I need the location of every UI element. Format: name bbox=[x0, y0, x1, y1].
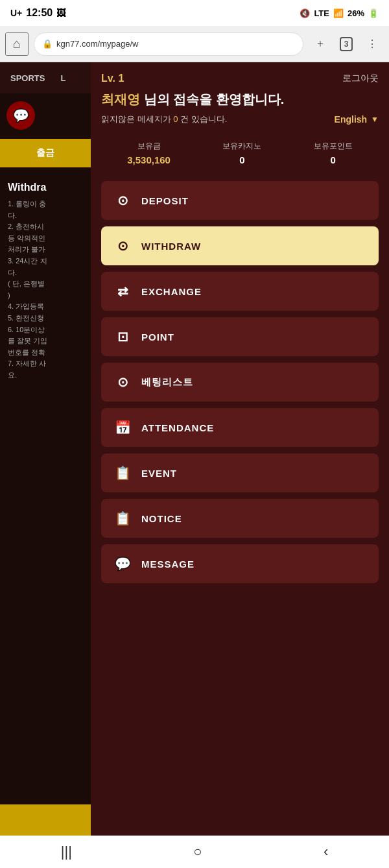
withdraw-page-title: Withdra bbox=[8, 182, 47, 193]
browser-actions: ＋ 3 ⋮ bbox=[309, 32, 384, 56]
menu-message-button[interactable]: 💬MESSAGE bbox=[101, 544, 379, 583]
balance-item-casino: 보유카지노 0 bbox=[222, 141, 261, 165]
signal-bars-icon: 📶 bbox=[333, 8, 344, 18]
nav-menu-button[interactable]: ||| bbox=[61, 843, 72, 860]
battery-label: 26% bbox=[348, 8, 364, 18]
welcome-message: 최재영 님의 접속을 환영합니다. bbox=[101, 91, 379, 108]
language-selector[interactable]: English ▼ bbox=[335, 114, 379, 125]
time-label: 12:50 bbox=[26, 7, 53, 19]
nav-home-button[interactable]: ○ bbox=[193, 843, 202, 860]
browser-url-bar[interactable]: 🔒 kgn77.com/mypage/w bbox=[34, 32, 303, 56]
status-right: 🔇 LTE 📶 26% 🔋 bbox=[300, 8, 379, 18]
menu-betting-list-button[interactable]: ⊙베팅리스트 bbox=[101, 363, 379, 402]
betting-list-icon: ⊙ bbox=[114, 374, 132, 390]
event-icon: 📋 bbox=[114, 465, 132, 481]
tab-count-button[interactable]: 3 bbox=[335, 32, 358, 56]
nav-sports: SPORTS bbox=[10, 73, 45, 83]
status-bar: U+ 12:50 🖼 🔇 LTE 📶 26% 🔋 bbox=[0, 0, 389, 26]
logout-button[interactable]: 로그아웃 bbox=[342, 73, 379, 84]
menu-notice-button[interactable]: 📋NOTICE bbox=[101, 499, 379, 538]
point-icon: ⊡ bbox=[114, 329, 132, 344]
exchange-label: EXCHANGE bbox=[141, 286, 202, 297]
chat-bubble-icon: 💬 bbox=[6, 101, 35, 130]
battery-icon: 🔋 bbox=[368, 8, 379, 18]
messages-text: 읽지않은 메세지가 0 건 있습니다. bbox=[101, 114, 227, 125]
signal-label: LTE bbox=[314, 8, 329, 18]
nav-back-button[interactable]: ‹ bbox=[324, 843, 328, 860]
status-left: U+ 12:50 🖼 bbox=[10, 7, 65, 19]
browser-bar: ⌂ 🔒 kgn77.com/mypage/w ＋ 3 ⋮ bbox=[0, 26, 389, 62]
nav-live: L bbox=[60, 73, 65, 83]
more-options-button[interactable]: ⋮ bbox=[360, 32, 384, 56]
balance-item-main: 보유금 3,530,160 bbox=[127, 141, 171, 165]
nav-bar: ||| ○ ‹ bbox=[0, 836, 389, 868]
chevron-down-icon: ▼ bbox=[371, 115, 379, 124]
notice-label: NOTICE bbox=[141, 513, 182, 524]
level-label: Lv. 1 bbox=[101, 73, 124, 84]
withdraw-label: WITHDRAW bbox=[141, 241, 201, 252]
menu-list: ⊙DEPOSIT⊙WITHDRAW⇄EXCHANGE⊡POINT⊙베팅리스트📅A… bbox=[101, 181, 379, 583]
attendance-label: ATTENDANCE bbox=[141, 422, 214, 433]
media-icon: 🖼 bbox=[56, 8, 65, 18]
carrier-label: U+ bbox=[10, 8, 22, 18]
menu-exchange-button[interactable]: ⇄EXCHANGE bbox=[101, 272, 379, 311]
lock-icon: 🔒 bbox=[42, 39, 53, 49]
betting-list-label: 베팅리스트 bbox=[141, 376, 193, 389]
attendance-icon: 📅 bbox=[114, 420, 132, 435]
withdraw-bg-button: 출금 bbox=[0, 139, 91, 167]
deposit-label: DEPOSIT bbox=[141, 195, 189, 206]
browser-home-button[interactable]: ⌂ bbox=[5, 32, 29, 56]
mute-icon: 🔇 bbox=[300, 8, 310, 18]
menu-deposit-button[interactable]: ⊙DEPOSIT bbox=[101, 181, 379, 220]
menu-point-button[interactable]: ⊡POINT bbox=[101, 317, 379, 356]
username-text: 최재영 bbox=[101, 92, 140, 106]
balance-item-point: 보유포인트 0 bbox=[314, 141, 353, 165]
overlay-panel: Lv. 1 로그아웃 최재영 님의 접속을 환영합니다. 읽지않은 메세지가 0… bbox=[91, 62, 389, 836]
rules-text: 1. 롤링이 충 다. 2. 충전하시 등 악의적인 처리가 불가 3. 24시… bbox=[8, 199, 47, 381]
deposit-icon: ⊙ bbox=[114, 193, 132, 208]
new-tab-button[interactable]: ＋ bbox=[309, 32, 332, 56]
withdraw-icon: ⊙ bbox=[114, 238, 132, 254]
message-label: MESSAGE bbox=[141, 559, 194, 570]
message-icon: 💬 bbox=[114, 556, 132, 572]
panel-header: Lv. 1 로그아웃 bbox=[101, 73, 379, 84]
menu-event-button[interactable]: 📋EVENT bbox=[101, 453, 379, 492]
menu-withdraw-button[interactable]: ⊙WITHDRAW bbox=[101, 226, 379, 265]
point-label: POINT bbox=[141, 332, 174, 343]
notice-icon: 📋 bbox=[114, 511, 132, 526]
menu-attendance-button[interactable]: 📅ATTENDANCE bbox=[101, 408, 379, 447]
url-text: kgn77.com/mypage/w bbox=[56, 39, 138, 49]
messages-row: 읽지않은 메세지가 0 건 있습니다. English ▼ bbox=[101, 114, 379, 125]
exchange-icon: ⇄ bbox=[114, 283, 132, 299]
event-label: EVENT bbox=[141, 468, 177, 479]
balance-row: 보유금 3,530,160 보유카지노 0 보유포인트 0 bbox=[101, 136, 379, 171]
language-text: English bbox=[335, 114, 368, 125]
